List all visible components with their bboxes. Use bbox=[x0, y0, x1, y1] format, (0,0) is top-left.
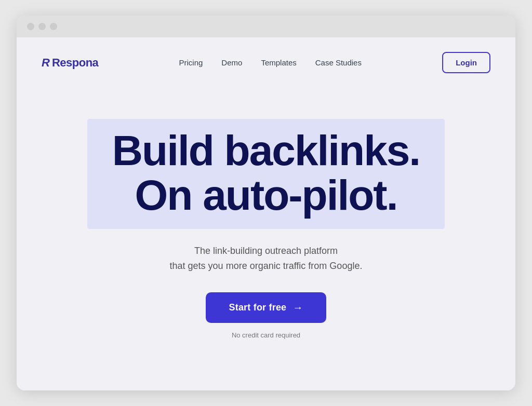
hero-heading-line2: On auto-pilot. bbox=[112, 173, 420, 218]
traffic-light-maximize[interactable] bbox=[50, 23, 57, 30]
traffic-light-close[interactable] bbox=[27, 23, 34, 30]
demo-link[interactable]: Demo bbox=[221, 58, 242, 67]
login-button[interactable]: Login bbox=[442, 52, 490, 73]
nav-item-templates[interactable]: Templates bbox=[261, 58, 296, 67]
browser-chrome bbox=[17, 16, 515, 37]
nav-links: Pricing Demo Templates Case Studies bbox=[179, 58, 362, 67]
hero-subtext: The link-building outreach platform that… bbox=[170, 243, 363, 274]
case-studies-link[interactable]: Case Studies bbox=[315, 58, 362, 67]
hero-subtext-line2: that gets you more organic traffic from … bbox=[170, 261, 363, 271]
start-free-button[interactable]: Start for free → bbox=[206, 292, 326, 323]
hero-heading-wrapper: Build backlinks. On auto-pilot. bbox=[87, 119, 445, 229]
pricing-link[interactable]: Pricing bbox=[179, 58, 203, 67]
logo-text: Respona bbox=[52, 56, 98, 70]
templates-link[interactable]: Templates bbox=[261, 58, 296, 67]
hero-subtext-line1: The link-building outreach platform bbox=[194, 246, 338, 256]
navbar: R Respona Pricing Demo Templates Case St… bbox=[17, 37, 515, 88]
traffic-light-minimize[interactable] bbox=[38, 23, 46, 30]
logo-r-icon: R bbox=[42, 56, 50, 70]
browser-window: R Respona Pricing Demo Templates Case St… bbox=[17, 16, 515, 390]
cta-label: Start for free bbox=[229, 302, 286, 313]
logo: R Respona bbox=[42, 56, 98, 70]
nav-item-demo[interactable]: Demo bbox=[221, 58, 242, 67]
nav-item-pricing[interactable]: Pricing bbox=[179, 58, 203, 67]
page-content: R Respona Pricing Demo Templates Case St… bbox=[17, 37, 515, 390]
nav-item-case-studies[interactable]: Case Studies bbox=[315, 58, 362, 67]
hero-disclaimer: No credit card required bbox=[232, 331, 300, 339]
hero-section: Build backlinks. On auto-pilot. The link… bbox=[17, 88, 515, 360]
cta-arrow-icon: → bbox=[292, 302, 303, 314]
hero-heading-line1: Build backlinks. bbox=[112, 128, 420, 173]
